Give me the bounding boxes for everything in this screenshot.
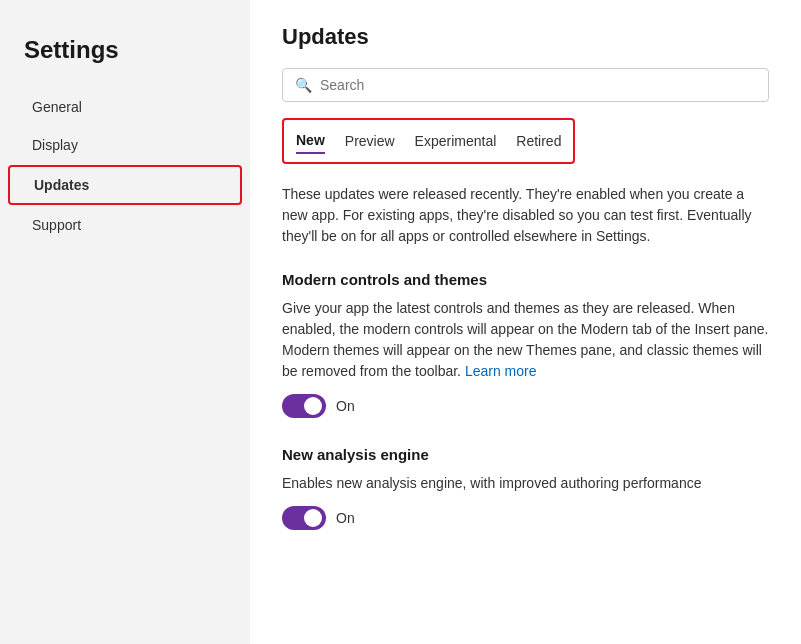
feature-modern-controls: Modern controls and themes Give your app… <box>282 271 769 418</box>
main-content: Updates 🔍 New Preview Experimental Retir… <box>250 0 801 644</box>
toggle-new-analysis-engine-container: On <box>282 506 769 530</box>
toggle-new-analysis-engine-label: On <box>336 510 355 526</box>
sidebar-item-support[interactable]: Support <box>8 207 242 243</box>
page-title: Updates <box>282 24 769 50</box>
tab-preview[interactable]: Preview <box>345 129 395 153</box>
feature-new-analysis-engine-description: Enables new analysis engine, with improv… <box>282 473 769 494</box>
updates-description: These updates were released recently. Th… <box>282 184 769 247</box>
feature-modern-controls-description: Give your app the latest controls and th… <box>282 298 769 382</box>
sidebar: Settings General Display Updates Support <box>0 0 250 644</box>
tab-retired[interactable]: Retired <box>516 129 561 153</box>
sidebar-item-display[interactable]: Display <box>8 127 242 163</box>
toggle-modern-controls-container: On <box>282 394 769 418</box>
toggle-new-analysis-engine[interactable] <box>282 506 326 530</box>
toggle-modern-controls[interactable] <box>282 394 326 418</box>
tab-experimental[interactable]: Experimental <box>415 129 497 153</box>
toggle-modern-controls-label: On <box>336 398 355 414</box>
search-input[interactable] <box>320 77 756 93</box>
tabs-container: New Preview Experimental Retired <box>282 118 575 164</box>
search-icon: 🔍 <box>295 77 312 93</box>
sidebar-item-general[interactable]: General <box>8 89 242 125</box>
sidebar-item-updates[interactable]: Updates <box>8 165 242 205</box>
feature-new-analysis-engine: New analysis engine Enables new analysis… <box>282 446 769 530</box>
feature-modern-controls-title: Modern controls and themes <box>282 271 769 288</box>
tab-new[interactable]: New <box>296 128 325 154</box>
app-title: Settings <box>0 20 250 88</box>
learn-more-link-modern[interactable]: Learn more <box>465 363 537 379</box>
search-bar: 🔍 <box>282 68 769 102</box>
feature-new-analysis-engine-title: New analysis engine <box>282 446 769 463</box>
